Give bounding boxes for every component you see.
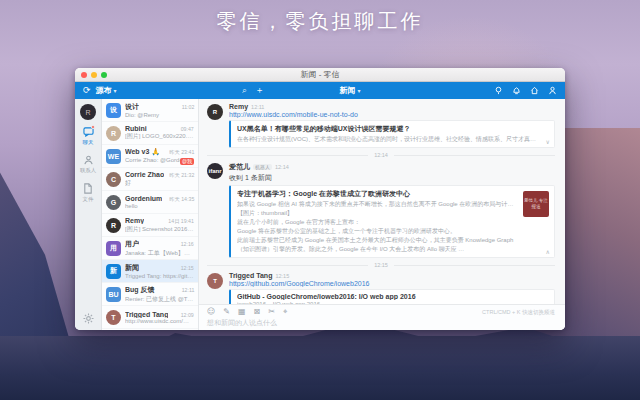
scissors-icon[interactable]: ✂ bbox=[268, 308, 275, 316]
chevron-down-icon: ▾ bbox=[358, 88, 361, 94]
message: T Trigged Tang12:15 https://github.com/G… bbox=[207, 272, 555, 304]
news-body-line: 【图片：thumbnail】 bbox=[237, 209, 516, 218]
conversation-preview: Trigged Tang: https://github.com/ bbox=[125, 273, 194, 279]
titlebar[interactable]: 新闻 - 零信 bbox=[75, 68, 565, 82]
avatar: C bbox=[106, 172, 121, 187]
avatar: R bbox=[106, 218, 121, 233]
conversation-preview: Dio: @Remy bbox=[125, 112, 194, 118]
card-title: 专注于机器学习：Google 在苏黎世成立了欧洲研发中心 bbox=[237, 189, 516, 199]
conversation-name: 设计 bbox=[125, 102, 139, 112]
message-time: 12:14 bbox=[275, 164, 289, 170]
grid-icon[interactable]: ▦ bbox=[238, 308, 246, 316]
conversation-preview: 好 bbox=[125, 179, 194, 188]
avatar[interactable]: R bbox=[80, 104, 96, 120]
conversation-item[interactable]: R Rubini09:47 [图片] LOGO_600x220.png bbox=[102, 122, 198, 145]
conversation-name: Gordenium bbox=[125, 195, 162, 202]
conversation-item[interactable]: 用 用户12:16 Janaka: 工单【Web】视频聊天手… bbox=[102, 237, 198, 260]
conversation-time: 14日 19:41 bbox=[168, 218, 194, 225]
team-name: 源布 bbox=[96, 85, 112, 96]
sidebar-item-files[interactable]: 文件 bbox=[82, 183, 94, 204]
profile-icon[interactable] bbox=[548, 86, 557, 95]
message-composer[interactable]: ☺ ✎ ▦ ⊠ ✂ ⌖ CTRL/CMD + K 快速切换频道 想和新闻的人说点… bbox=[199, 304, 565, 330]
conversation-item[interactable]: T Trigged Tang12:09 http://www.uisdc.com… bbox=[102, 306, 198, 329]
message: R Remy12:11 http://www.uisdc.com/mobile-… bbox=[207, 103, 555, 148]
conversation-item[interactable]: C Corrie Zhao昨天 21:32 好 bbox=[102, 168, 198, 191]
team-menu[interactable]: 源布 ▾ bbox=[96, 85, 117, 96]
sender-name: 爱范儿 bbox=[229, 163, 250, 170]
collapse-icon[interactable]: ∧ bbox=[546, 248, 550, 255]
search-icon[interactable]: ⌕ bbox=[242, 86, 247, 95]
conversation-list: 设 设计11:02 Dio: @Remy R Rubini09:47 [图片] … bbox=[102, 99, 199, 330]
message-time: 12:11 bbox=[251, 104, 264, 110]
news-body-line: 如果说 Google 相信 AI 将成为接下来的重点并不断增长，那这自然也离不开… bbox=[237, 200, 516, 209]
screenshot-icon[interactable]: ⊠ bbox=[254, 308, 261, 316]
conversation-preview: http://www.uisdc.com/mobile-ue-… bbox=[125, 318, 194, 324]
avatar: ifanr bbox=[207, 163, 223, 179]
conversation-name: Web v3 🙏 bbox=[125, 148, 160, 156]
conversation-time: 昨天 14:35 bbox=[169, 196, 194, 203]
conversation-name: Rubini bbox=[125, 125, 147, 132]
target-icon[interactable]: ⌖ bbox=[283, 308, 288, 316]
desktop-wallpaper: 零信，零负担聊工作 新闻 - 零信 ⟳ 源布 ▾ ⌕ ＋ 新闻 bbox=[0, 0, 640, 400]
collapse-icon[interactable]: ∨ bbox=[546, 138, 550, 145]
attachment-icon[interactable]: ✎ bbox=[223, 308, 230, 316]
link-preview-card[interactable]: GitHub - GoogleChrome/ioweb2016: I/O web… bbox=[229, 289, 555, 304]
message-link[interactable]: http://www.uisdc.com/mobile-ue-not-to-do bbox=[229, 111, 555, 118]
news-body-line: Google 将在苏黎世办公室的基础之上，成立一个专注于机器学习的欧洲研发中心。 bbox=[237, 227, 516, 236]
emoji-icon[interactable]: ☺ bbox=[207, 308, 215, 316]
conversation-item[interactable]: R Remy14日 19:41 [图片] Screenshot 2016-05-… bbox=[102, 214, 198, 237]
channel-name: 新闻 bbox=[339, 86, 355, 95]
avatar: 设 bbox=[106, 103, 121, 118]
home-icon[interactable] bbox=[530, 86, 539, 95]
conversation-item[interactable]: WE Web v3 🙏昨天 23:41 Corrie Zhao: @Gorden… bbox=[102, 145, 198, 168]
message: ifanr 爱范儿机器人12:14 收到 1 条新闻 专注于机器学习：Googl… bbox=[207, 162, 555, 258]
avatar: BU bbox=[106, 287, 121, 302]
message-link[interactable]: https://github.com/GoogleChrome/ioweb201… bbox=[229, 280, 555, 287]
channel-menu[interactable]: 新闻 ▾ bbox=[275, 85, 425, 96]
settings-button[interactable] bbox=[75, 313, 101, 324]
conversation-item[interactable]: G Gordenium昨天 14:35 hello bbox=[102, 191, 198, 214]
news-body-line: 此前瑞士苏黎世已经成为 Google 在美国本土之外最大的工程师办公中心，其主要… bbox=[237, 236, 516, 245]
avatar: 新 bbox=[106, 264, 121, 279]
conversation-time: 昨天 21:32 bbox=[169, 172, 194, 179]
news-body-line: （知识图谱）引擎的开发。除此之外，Google 在今年 I/O 大会上发布的 A… bbox=[237, 245, 516, 254]
conversation-preview: Janaka: 工单【Web】视频聊天手… bbox=[125, 249, 194, 258]
message-input[interactable]: 想和新闻的人说点什么 bbox=[207, 318, 557, 328]
sidebar-item-label: 联系人 bbox=[80, 166, 96, 174]
conversation-preview: hello bbox=[125, 203, 194, 209]
avatar: T bbox=[106, 310, 121, 325]
avatar: T bbox=[207, 273, 223, 289]
bell-icon[interactable] bbox=[512, 86, 521, 95]
news-body-line: 就在几个小时前，Google 在官方博客上宣布： bbox=[237, 218, 516, 227]
card-description: 在各种行业设计规范(VOC)、艺术需求和职业心态高涨的同时，设计行业思维、社交经… bbox=[237, 135, 540, 144]
time-divider: 12:14 bbox=[207, 152, 555, 158]
avatar: 用 bbox=[106, 241, 121, 256]
conversation-preview: Renier: 已修复上线 @Trigged T… bbox=[125, 295, 194, 304]
add-conversation-icon[interactable]: ＋ bbox=[255, 86, 264, 95]
main-toolbar: ⟳ 源布 ▾ ⌕ ＋ 新闻 ▾ bbox=[75, 82, 565, 99]
chat-pane: R Remy12:11 http://www.uisdc.com/mobile-… bbox=[199, 99, 565, 330]
conversation-name: Bug 反馈 bbox=[125, 285, 155, 295]
bulb-icon[interactable] bbox=[494, 86, 503, 95]
conversation-time: 09:47 bbox=[181, 126, 194, 132]
message-time: 12:15 bbox=[275, 273, 289, 279]
sidebar-item-label: 文件 bbox=[83, 195, 94, 203]
sidebar-item-chats[interactable]: 聊天 bbox=[82, 127, 94, 147]
conversation-name: Trigged Tang bbox=[125, 311, 168, 318]
conversation-time: 12:09 bbox=[181, 312, 194, 318]
conversation-item[interactable]: BU Bug 反馈12:11 Renier: 已修复上线 @Trigged T… bbox=[102, 283, 198, 306]
gear-icon bbox=[83, 313, 94, 324]
sidebar-item-contacts[interactable]: 联系人 bbox=[79, 155, 97, 175]
news-card[interactable]: 专注于机器学习：Google 在苏黎世成立了欧洲研发中心 如果说 Google … bbox=[229, 185, 555, 258]
sender-name: Trigged Tang bbox=[229, 272, 272, 279]
sync-icon[interactable]: ⟳ bbox=[83, 86, 91, 95]
conversation-item[interactable]: 设 设计11:02 Dio: @Remy bbox=[102, 99, 198, 122]
news-thumbnail: 爱范儿 专注报道 bbox=[523, 191, 549, 217]
unread-dot bbox=[91, 125, 95, 129]
message-text: 收到 1 条新闻 bbox=[229, 173, 555, 183]
conversation-item-selected[interactable]: 新 新闻12:15 Trigged Tang: https://github.c… bbox=[102, 260, 198, 283]
conversation-name: 新闻 bbox=[125, 263, 139, 273]
link-preview-card[interactable]: UX黑名单！有哪些常见的移动端UX设计误区需要规避？ 在各种行业设计规范(VOC… bbox=[229, 120, 555, 148]
message-scroll-area[interactable]: R Remy12:11 http://www.uisdc.com/mobile-… bbox=[199, 99, 565, 304]
conversation-name: Corrie Zhao bbox=[125, 171, 164, 178]
